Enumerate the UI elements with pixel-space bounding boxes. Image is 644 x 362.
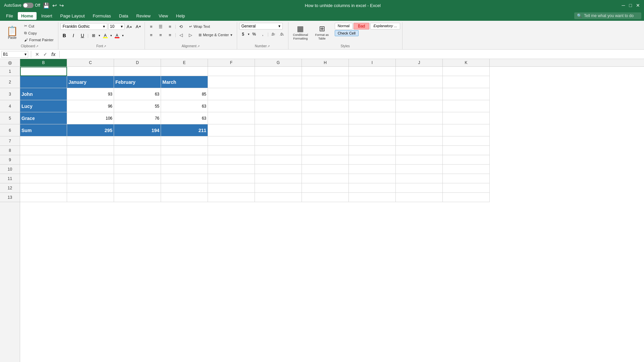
cell-c5[interactable]: 106 <box>67 112 114 124</box>
cell-h5[interactable] <box>302 112 349 124</box>
cell-k6[interactable] <box>443 124 490 136</box>
cell-h12[interactable] <box>302 183 349 193</box>
align-middle-button[interactable]: ☰ <box>156 23 165 30</box>
fill-color-button[interactable]: A <box>101 32 109 39</box>
cell-b1[interactable] <box>20 67 67 76</box>
currency-button[interactable]: $ <box>239 31 247 38</box>
cell-f7[interactable] <box>208 136 255 146</box>
maximize-icon[interactable]: □ <box>629 3 632 8</box>
cell-k8[interactable] <box>443 146 490 155</box>
menu-home[interactable]: Home <box>18 12 37 20</box>
cell-i7[interactable] <box>349 136 396 146</box>
cell-f6[interactable] <box>208 124 255 136</box>
cell-j6[interactable] <box>396 124 443 136</box>
cell-h6[interactable] <box>302 124 349 136</box>
cell-d7[interactable] <box>114 136 161 146</box>
wrap-text-button[interactable]: ↵ Wrap Text <box>187 23 212 30</box>
number-format-dropdown[interactable]: General ▾ <box>239 23 283 29</box>
cell-h10[interactable] <box>302 165 349 174</box>
cell-e12[interactable] <box>161 183 208 193</box>
cell-e7[interactable] <box>161 136 208 146</box>
row-header-11[interactable]: 11 <box>0 174 20 183</box>
cell-g1[interactable] <box>255 67 302 76</box>
cell-e6[interactable]: 211 <box>161 124 208 136</box>
cell-k10[interactable] <box>443 165 490 174</box>
percent-button[interactable]: % <box>250 31 258 38</box>
paste-button[interactable]: 📋 Paste <box>3 25 21 41</box>
cell-f12[interactable] <box>208 183 255 193</box>
menu-file[interactable]: File <box>3 12 16 20</box>
align-top-button[interactable]: ≡ <box>147 23 156 30</box>
number-expand-icon[interactable]: ↗ <box>267 45 270 48</box>
col-header-b[interactable]: B <box>20 59 67 66</box>
cell-d11[interactable] <box>114 174 161 183</box>
cell-g7[interactable] <box>255 136 302 146</box>
cell-b9[interactable] <box>20 155 67 165</box>
menu-insert[interactable]: Insert <box>38 12 56 20</box>
clipboard-expand-icon[interactable]: ↗ <box>36 45 39 48</box>
cell-c9[interactable] <box>67 155 114 165</box>
cell-e11[interactable] <box>161 174 208 183</box>
font-expand-icon[interactable]: ↗ <box>104 45 106 48</box>
undo-icon[interactable]: ↩ <box>52 2 57 9</box>
cell-b8[interactable] <box>20 146 67 155</box>
cell-i1[interactable] <box>349 67 396 76</box>
cell-j12[interactable] <box>396 183 443 193</box>
cell-c12[interactable] <box>67 183 114 193</box>
cell-h2[interactable] <box>302 76 349 88</box>
menu-view[interactable]: View <box>155 12 171 20</box>
cell-f8[interactable] <box>208 146 255 155</box>
bad-style[interactable]: Bad <box>354 23 369 29</box>
cell-d2[interactable]: February <box>114 76 161 88</box>
cell-g4[interactable] <box>255 100 302 112</box>
cell-g13[interactable] <box>255 193 302 202</box>
cell-d6[interactable]: 194 <box>114 124 161 136</box>
cell-e9[interactable] <box>161 155 208 165</box>
cell-f11[interactable] <box>208 174 255 183</box>
fill-chevron[interactable]: ▾ <box>110 34 112 37</box>
col-header-k[interactable]: K <box>443 59 490 66</box>
decrease-decimal-button[interactable]: .0↓ <box>278 31 286 38</box>
cell-i3[interactable] <box>349 88 396 100</box>
menu-search[interactable]: 🔍 Tell me what you want to do <box>574 12 641 19</box>
row-header-1[interactable]: 1 <box>0 67 20 76</box>
cell-i2[interactable] <box>349 76 396 88</box>
cell-e2[interactable]: March <box>161 76 208 88</box>
cell-d4[interactable]: 55 <box>114 100 161 112</box>
col-header-c[interactable]: C <box>67 59 114 66</box>
cell-i6[interactable] <box>349 124 396 136</box>
borders-button[interactable]: ⊞ <box>90 32 98 39</box>
cell-h1[interactable] <box>302 67 349 76</box>
cell-c11[interactable] <box>67 174 114 183</box>
row-header-13[interactable]: 13 <box>0 193 20 202</box>
autosave-toggle[interactable] <box>23 3 34 8</box>
cell-b6[interactable]: Sum <box>20 124 67 136</box>
explanatory-style[interactable]: Explanatory ... <box>370 23 400 29</box>
cell-d3[interactable]: 63 <box>114 88 161 100</box>
cell-e13[interactable] <box>161 193 208 202</box>
cell-h3[interactable] <box>302 88 349 100</box>
cell-k4[interactable] <box>443 100 490 112</box>
cell-j8[interactable] <box>396 146 443 155</box>
cell-g10[interactable] <box>255 165 302 174</box>
cell-c8[interactable] <box>67 146 114 155</box>
cell-g12[interactable] <box>255 183 302 193</box>
cell-g11[interactable] <box>255 174 302 183</box>
align-bottom-button[interactable]: ≡ <box>166 23 174 30</box>
save-icon[interactable]: 💾 <box>43 2 50 9</box>
cell-i4[interactable] <box>349 100 396 112</box>
cell-k7[interactable] <box>443 136 490 146</box>
formula-function-button[interactable]: fx <box>50 51 57 58</box>
cell-b12[interactable] <box>20 183 67 193</box>
align-left-button[interactable]: ≡ <box>147 31 156 39</box>
cut-button[interactable]: ✂ Cut <box>22 23 56 29</box>
check-cell-style[interactable]: Check Cell <box>335 30 359 36</box>
cell-k9[interactable] <box>443 155 490 165</box>
cell-h11[interactable] <box>302 174 349 183</box>
font-name-dropdown[interactable]: Franklin Gothic ▾ <box>60 23 107 30</box>
cell-j5[interactable] <box>396 112 443 124</box>
row-header-7[interactable]: 7 <box>0 136 20 146</box>
decrease-font-button[interactable]: A▼ <box>135 23 143 30</box>
cell-c10[interactable] <box>67 165 114 174</box>
cell-j2[interactable] <box>396 76 443 88</box>
